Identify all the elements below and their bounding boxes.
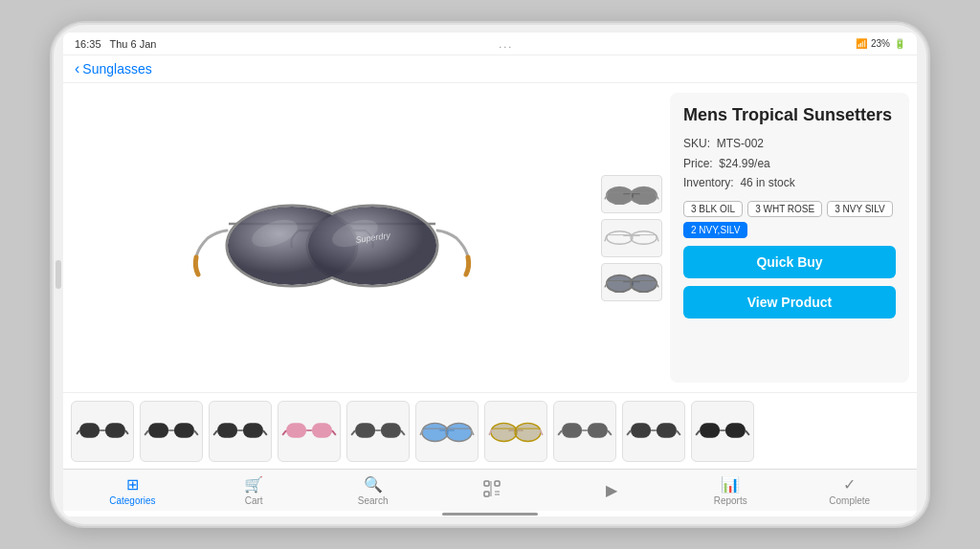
right-panel: Mens Tropical Sunsetters SKU: MTS-002 Pr… (601, 83, 917, 392)
tab-complete[interactable]: ✓ Complete (821, 472, 879, 510)
view-product-button[interactable]: View Product (683, 286, 896, 318)
play-icon: ▶ (606, 481, 617, 499)
svg-line-68 (558, 430, 562, 435)
tab-categories[interactable]: ⊞ Categories (101, 472, 163, 510)
svg-rect-39 (243, 423, 263, 437)
variant-badge-2[interactable]: 3 NVY SILV (827, 201, 892, 217)
back-button[interactable]: ‹ Sunglasses (75, 61, 152, 77)
inventory-label: Inventory: (683, 176, 734, 189)
svg-point-17 (607, 231, 633, 245)
product-strip[interactable] (63, 392, 917, 469)
svg-point-6 (308, 207, 436, 285)
strip-item-10[interactable] (691, 401, 754, 462)
price-label: Price: (683, 157, 713, 170)
thumbnail-list (601, 93, 662, 383)
strip-item-9[interactable] (622, 401, 685, 462)
tab-play[interactable]: ▶ (583, 477, 640, 503)
status-center: ... (499, 38, 513, 50)
strip-item-2[interactable] (140, 401, 203, 462)
svg-line-79 (746, 430, 749, 435)
strip-item-7[interactable] (484, 401, 547, 462)
svg-rect-70 (631, 423, 651, 437)
variant-badge-3[interactable]: 2 NVY,SILV (683, 222, 747, 238)
thumbnail-1[interactable] (601, 175, 662, 213)
svg-line-51 (351, 430, 355, 435)
home-indicator (63, 511, 917, 516)
svg-point-11 (607, 187, 633, 204)
svg-line-47 (332, 430, 336, 435)
svg-line-19 (605, 236, 607, 242)
svg-rect-66 (588, 423, 608, 437)
product-details: SKU: MTS-002 Price: $24.99/ea Inventory:… (683, 134, 896, 192)
thumbnail-2[interactable] (601, 219, 662, 257)
main-content: Superdry (63, 83, 917, 392)
back-label: Sunglasses (82, 61, 151, 77)
svg-rect-76 (725, 423, 746, 437)
svg-rect-48 (355, 423, 375, 437)
svg-rect-80 (484, 481, 489, 486)
svg-point-23 (607, 275, 633, 292)
cart-icon: 🛒 (244, 475, 263, 494)
status-time: 16:35 Thu 6 Jan (75, 38, 156, 50)
product-price-row: Price: $24.99/ea (683, 154, 896, 173)
inventory-value: 46 in stock (740, 176, 794, 189)
svg-rect-82 (484, 492, 489, 496)
svg-line-37 (194, 430, 198, 435)
quick-buy-button[interactable]: Quick Buy (683, 246, 896, 278)
svg-rect-29 (105, 423, 125, 437)
svg-rect-33 (148, 423, 168, 437)
svg-rect-43 (286, 423, 306, 437)
product-title: Mens Tropical Sunsetters (683, 104, 896, 126)
svg-line-73 (627, 430, 631, 435)
svg-rect-81 (495, 481, 500, 486)
complete-icon: ✓ (843, 475, 856, 494)
battery-text: 23% (871, 38, 890, 49)
variants-row: 3 BLK OIL 3 WHT ROSE 3 NVY SILV 2 NVY,SI… (683, 201, 896, 238)
tablet-screen: 16:35 Thu 6 Jan ... 📶 23% 🔋 ‹ Sunglasses (63, 33, 917, 516)
wifi-icon: 📶 (856, 38, 867, 49)
main-product-image: Superdry (179, 152, 485, 324)
product-image-area: Superdry (63, 83, 601, 392)
tab-reports[interactable]: 📊 Reports (702, 472, 759, 510)
svg-point-24 (631, 275, 657, 292)
categories-icon: ⊞ (126, 475, 139, 494)
svg-line-31 (77, 430, 79, 434)
sku-value: MTS-002 (717, 137, 764, 150)
strip-item-3[interactable] (209, 401, 272, 462)
tab-reports-label: Reports (714, 495, 747, 506)
tab-cart[interactable]: 🛒 Cart (225, 472, 282, 510)
svg-point-54 (422, 423, 448, 441)
svg-line-20 (657, 236, 658, 242)
product-sku-row: SKU: MTS-002 (683, 134, 896, 153)
price-value: $24.99/ea (719, 157, 769, 170)
svg-point-12 (631, 187, 657, 204)
sku-label: SKU: (683, 137, 710, 150)
tab-search[interactable]: 🔍 Search (345, 472, 402, 510)
svg-rect-71 (657, 423, 677, 437)
scan-icon (483, 480, 501, 501)
date-text: Thu 6 Jan (110, 38, 157, 50)
product-inventory-row: Inventory: 46 in stock (683, 173, 896, 192)
search-icon: 🔍 (364, 475, 383, 494)
reports-icon: 📊 (721, 475, 740, 494)
strip-item-8[interactable] (553, 401, 616, 462)
svg-rect-44 (312, 423, 332, 437)
variant-badge-1[interactable]: 3 WHT ROSE (747, 201, 822, 217)
strip-item-4[interactable] (278, 401, 341, 462)
side-button[interactable] (56, 260, 61, 289)
nav-bar: ‹ Sunglasses (63, 55, 917, 83)
tab-cart-label: Cart (245, 495, 263, 506)
time-text: 16:35 (75, 38, 101, 50)
variant-badge-0[interactable]: 3 BLK OIL (683, 201, 743, 217)
thumbnail-3[interactable] (601, 263, 662, 301)
tab-complete-label: Complete (829, 495, 870, 506)
strip-item-1[interactable] (71, 401, 134, 462)
tab-categories-label: Categories (109, 495, 155, 506)
back-chevron-icon: ‹ (75, 61, 79, 77)
tab-scan[interactable] (463, 476, 521, 505)
svg-line-36 (145, 430, 148, 435)
svg-rect-34 (174, 423, 194, 437)
strip-item-5[interactable] (346, 401, 410, 462)
strip-item-6[interactable] (415, 401, 479, 462)
svg-point-55 (446, 423, 472, 441)
